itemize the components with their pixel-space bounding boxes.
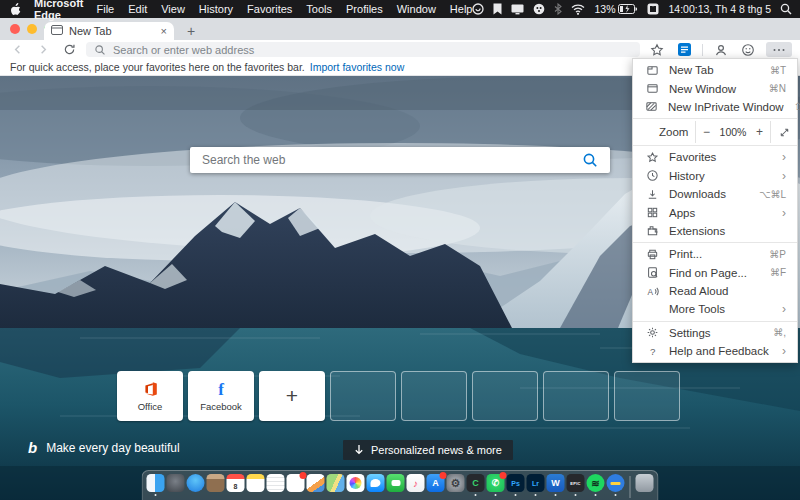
- dock-lightroom-icon[interactable]: Lr: [527, 474, 545, 496]
- battery-indicator[interactable]: 13%: [594, 3, 638, 15]
- menu-item-extensions[interactable]: Extensions: [633, 222, 797, 240]
- spotlight-icon[interactable]: [780, 3, 792, 15]
- swirl-icon[interactable]: [472, 3, 484, 15]
- menubar-menu-tools[interactable]: Tools: [306, 3, 332, 15]
- menu-item-help-and-feedback[interactable]: ?Help and Feedback›: [633, 342, 797, 360]
- empty-tile[interactable]: [472, 371, 538, 421]
- dock-photoshop-icon[interactable]: Ps: [507, 474, 525, 496]
- close-window-button[interactable]: [10, 24, 20, 34]
- dock-textedit-icon[interactable]: [267, 474, 285, 492]
- menubar-menu-edit[interactable]: Edit: [128, 3, 147, 15]
- menubar-menu-view[interactable]: View: [161, 3, 185, 15]
- tab-close-icon[interactable]: ×: [161, 26, 167, 37]
- forward-icon[interactable]: [34, 42, 52, 58]
- sphere-icon[interactable]: [533, 3, 545, 15]
- wifi-icon[interactable]: [571, 4, 585, 15]
- import-favorites-link[interactable]: Import favorites now: [310, 61, 405, 73]
- back-icon[interactable]: [8, 42, 26, 58]
- menu-item-new-tab[interactable]: New Tab⌘T: [633, 61, 797, 79]
- more-ellipsis-icon: [772, 48, 786, 52]
- dock-word-icon[interactable]: W: [547, 474, 565, 496]
- menubar-app-name[interactable]: Microsoft Edge: [34, 0, 84, 21]
- menubar-clock[interactable]: 14:00:13, Th 4 8 thg 5: [668, 3, 771, 15]
- dock-password-manager-icon[interactable]: [607, 474, 625, 496]
- zoom-in-button[interactable]: +: [756, 125, 763, 139]
- tile-office[interactable]: Office: [117, 371, 183, 421]
- star-icon: [645, 151, 659, 164]
- dock-messages-icon[interactable]: [367, 474, 385, 492]
- dock-photos-icon[interactable]: [347, 474, 365, 492]
- dock-calendar-icon[interactable]: 8: [227, 474, 245, 492]
- dock-music-icon[interactable]: ♪: [407, 474, 425, 492]
- minimize-window-button[interactable]: [27, 24, 37, 34]
- dock-launchpad-icon[interactable]: [167, 474, 185, 492]
- menu-item-new-inprivate-window[interactable]: New InPrivate Window⇧⌘N: [633, 98, 797, 116]
- menu-item-downloads[interactable]: Downloads⌥⌘L: [633, 185, 797, 203]
- collections-icon[interactable]: [675, 42, 693, 58]
- menu-item-read-aloud[interactable]: ARead Aloud: [633, 282, 797, 300]
- dock-system-preferences-icon[interactable]: ⚙: [447, 474, 465, 492]
- bluetooth-icon[interactable]: [554, 3, 562, 15]
- menu-item-settings[interactable]: Settings⌘,: [633, 324, 797, 342]
- feedback-smiley-icon[interactable]: [739, 42, 757, 58]
- menubar-menu-history[interactable]: History: [199, 3, 233, 15]
- dock-trash-icon[interactable]: [636, 474, 654, 492]
- web-search-box[interactable]: Search the web: [190, 147, 610, 173]
- settings-and-more-button[interactable]: [766, 42, 792, 57]
- dock-facetime-icon[interactable]: [387, 474, 405, 492]
- input-source-icon[interactable]: [647, 3, 659, 15]
- notification-badge: [300, 472, 307, 479]
- fullscreen-icon[interactable]: [771, 121, 797, 143]
- dock-safari-icon[interactable]: [187, 474, 205, 492]
- menu-separator: [633, 321, 797, 322]
- dock-finder-icon[interactable]: [147, 474, 165, 496]
- menu-item-new-window[interactable]: New Window⌘N: [633, 79, 797, 97]
- menu-item-more-tools[interactable]: More Tools›: [633, 300, 797, 318]
- dock-utility-icon[interactable]: C: [467, 474, 485, 496]
- menubar-menu-window[interactable]: Window: [397, 3, 436, 15]
- favorite-star-icon[interactable]: [648, 42, 666, 58]
- menubar-menu-favorites[interactable]: Favorites: [247, 3, 292, 15]
- personalized-news-button[interactable]: Personalized news & more: [343, 440, 513, 460]
- running-indicator-dot: [594, 494, 597, 497]
- tab-favicon: [51, 25, 63, 37]
- empty-tile[interactable]: [614, 371, 680, 421]
- add-site-tile[interactable]: +: [259, 371, 325, 421]
- menubar-menu-help[interactable]: Help: [450, 3, 473, 15]
- dock-spotify-icon[interactable]: ≋: [587, 474, 605, 496]
- bing-icon: b: [28, 440, 37, 455]
- tile-facebook[interactable]: f Facebook: [188, 371, 254, 421]
- dock-maps-icon[interactable]: [327, 474, 345, 492]
- menu-item-find-on-page[interactable]: Find on Page...⌘F: [633, 264, 797, 282]
- apple-icon[interactable]: [10, 3, 21, 16]
- print-icon: [645, 248, 659, 261]
- zoom-out-button[interactable]: −: [703, 125, 710, 139]
- profile-icon[interactable]: [712, 42, 730, 58]
- display-icon[interactable]: [511, 4, 524, 15]
- tab-new-tab[interactable]: New Tab ×: [44, 22, 174, 40]
- empty-tile[interactable]: [543, 371, 609, 421]
- menu-item-print[interactable]: Print...⌘P: [633, 245, 797, 263]
- dock-preview-icon[interactable]: [307, 474, 325, 492]
- menubar-menu-profiles[interactable]: Profiles: [346, 3, 383, 15]
- toolbar-divider: [702, 44, 703, 56]
- menu-item-apps[interactable]: Apps›: [633, 203, 797, 221]
- search-icon[interactable]: [582, 152, 598, 168]
- empty-tile[interactable]: [330, 371, 396, 421]
- new-tab-button[interactable]: +: [182, 22, 200, 40]
- menu-item-history[interactable]: History›: [633, 167, 797, 185]
- dock-reminders-icon[interactable]: [287, 474, 305, 492]
- branding-text: Make every day beautiful: [46, 441, 179, 455]
- dock-contacts-icon[interactable]: [207, 474, 225, 492]
- refresh-icon[interactable]: [60, 42, 78, 58]
- menubar-menu-file[interactable]: File: [97, 3, 115, 15]
- address-bar[interactable]: Search or enter web address: [86, 42, 640, 57]
- dock-notes-icon[interactable]: [247, 474, 265, 492]
- menu-item-favorites[interactable]: Favorites›: [633, 148, 797, 166]
- menu-item-shortcut: ⌥⌘L: [759, 189, 786, 200]
- bookmark-icon[interactable]: [493, 3, 502, 15]
- empty-tile[interactable]: [401, 371, 467, 421]
- dock-epic-games-icon[interactable]: EPIC: [567, 474, 585, 496]
- dock-whatsapp-icon[interactable]: ✆: [487, 474, 505, 496]
- dock-app-store-icon[interactable]: A: [427, 474, 445, 492]
